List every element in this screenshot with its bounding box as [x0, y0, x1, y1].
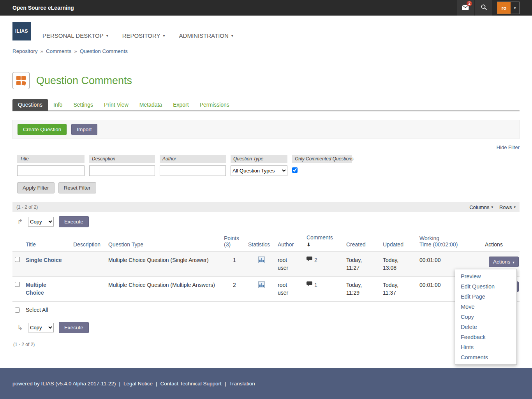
- bulk-action-select-bottom[interactable]: Copy: [28, 323, 54, 332]
- breadcrumb-question-comments[interactable]: Question Comments: [80, 48, 128, 54]
- search-button[interactable]: [475, 0, 492, 16]
- create-question-button[interactable]: Create Question: [18, 124, 67, 135]
- filter-buttons: Apply Filter Reset Filter: [12, 182, 520, 193]
- tab-export[interactable]: Export: [167, 99, 194, 111]
- points-cell: 2: [224, 277, 248, 302]
- header-updated: Updated: [383, 231, 419, 252]
- updated-cell: Today, 11:37: [383, 281, 404, 297]
- author-cell: root user: [278, 281, 296, 297]
- header-points: Points (3): [224, 231, 248, 252]
- header-author: Author: [278, 231, 307, 252]
- filter-field-author: Author: [160, 155, 226, 176]
- header-question-type: Question Type: [108, 231, 224, 252]
- translation-link[interactable]: Translation: [229, 381, 255, 387]
- powered-by-link[interactable]: powered by ILIAS (v5.4.0 Alpha 2017-11-2…: [12, 381, 116, 387]
- reset-filter-button[interactable]: Reset Filter: [58, 182, 96, 193]
- filter-description-input[interactable]: [89, 165, 155, 176]
- top-bar: Open Source eLearning 2 ro ▾: [0, 0, 532, 16]
- chevron-down-icon: ▾: [491, 205, 493, 209]
- header-statistics: Statistics: [248, 231, 278, 252]
- breadcrumb-comments[interactable]: Comments: [46, 48, 71, 54]
- result-range: (1 - 2 of 2): [16, 204, 38, 210]
- mail-button[interactable]: 2: [457, 0, 474, 16]
- tab-print-view[interactable]: Print View: [99, 99, 134, 111]
- tab-questions[interactable]: Questions: [12, 99, 48, 111]
- menu-item-edit-question[interactable]: Edit Question: [455, 281, 516, 292]
- filter-author-input[interactable]: [160, 165, 226, 176]
- rows-menu-button[interactable]: Rows▾: [499, 204, 516, 210]
- import-button[interactable]: Import: [71, 124, 97, 135]
- nav-administration[interactable]: ADMINISTRATION▾: [179, 32, 233, 39]
- nav-personal-desktop[interactable]: PERSONAL DESKTOP▾: [42, 32, 108, 39]
- comment-count-link[interactable]: 1: [314, 281, 317, 289]
- header-comments: Comments ⬇: [307, 231, 346, 252]
- created-cell: Today, 11:29: [346, 281, 367, 297]
- table-header-strip: (1 - 2 of 2) Columns▾ Rows▾: [12, 202, 520, 212]
- nav-repository[interactable]: REPOSITORY▾: [122, 32, 165, 39]
- filter-field-description: Description: [89, 155, 155, 176]
- menu-item-delete[interactable]: Delete: [455, 322, 516, 332]
- bulk-action-select-top[interactable]: Copy: [28, 217, 54, 227]
- apply-filter-button[interactable]: Apply Filter: [17, 182, 55, 193]
- menu-item-edit-page[interactable]: Edit Page: [455, 292, 516, 302]
- question-title-link[interactable]: Single Choice: [26, 257, 62, 264]
- chevron-down-icon: ▾: [106, 33, 108, 38]
- question-type-cell: Multiple Choice Question (Multiple Answe…: [108, 277, 224, 302]
- select-all-checkbox[interactable]: [15, 308, 20, 313]
- question-title-link[interactable]: Multiple Choice: [26, 281, 62, 297]
- ilias-logo[interactable]: ILIAS: [12, 22, 31, 40]
- question-type-select[interactable]: All Question Types: [231, 165, 287, 176]
- menu-item-feedback[interactable]: Feedback: [455, 332, 516, 342]
- user-menu-group: ro ▾: [497, 2, 520, 14]
- question-type-cell: Multiple Choice Question (Single Answer): [108, 252, 224, 277]
- app-title: Open Source eLearning: [12, 5, 74, 11]
- tab-info[interactable]: Info: [48, 99, 68, 111]
- updated-cell: Today, 13:08: [383, 257, 404, 272]
- row-actions-button[interactable]: Actions▾: [489, 257, 519, 267]
- menu-item-move[interactable]: Move: [455, 302, 516, 312]
- bulk-actions-bottom: ↳ Copy Execute: [12, 318, 520, 337]
- comment-count-link[interactable]: 2: [314, 257, 317, 264]
- filter-field-only-commented: Only Commented Questions: [292, 155, 352, 173]
- filter-field-title: Title: [17, 155, 85, 176]
- tab-metadata[interactable]: Metadata: [134, 99, 167, 111]
- filter-label-title: Title: [17, 155, 85, 163]
- hide-filter-link[interactable]: Hide Filter: [497, 144, 520, 150]
- author-cell: root user: [278, 257, 296, 272]
- avatar[interactable]: ro: [497, 2, 511, 14]
- bulk-actions-top: ↱ Copy Execute: [12, 212, 520, 231]
- statistics-icon[interactable]: [258, 281, 265, 290]
- menu-item-comments[interactable]: Comments: [455, 352, 516, 362]
- filter-title-input[interactable]: [17, 165, 85, 176]
- question-table: Title Description Question Type Points (…: [12, 231, 520, 302]
- legal-notice-link[interactable]: Legal Notice: [123, 381, 153, 387]
- row-checkbox[interactable]: [15, 282, 20, 287]
- statistics-icon[interactable]: [258, 257, 265, 265]
- user-menu-caret-button[interactable]: ▾: [511, 2, 519, 14]
- tab-settings[interactable]: Settings: [68, 99, 99, 111]
- execute-button-top[interactable]: Execute: [59, 216, 89, 227]
- row-checkbox[interactable]: [15, 257, 20, 262]
- contact-support-link[interactable]: Contact Technical Support: [160, 381, 222, 387]
- filter-field-question-type: Question Type All Question Types: [231, 155, 287, 176]
- menu-item-hints[interactable]: Hints: [455, 342, 516, 352]
- chevron-down-icon: ▾: [231, 33, 233, 38]
- menu-item-copy[interactable]: Copy: [455, 312, 516, 322]
- breadcrumb-repository[interactable]: Repository: [12, 48, 38, 54]
- points-cell: 1: [224, 252, 248, 277]
- filter-fields: Title Description Author Question Type A…: [12, 155, 520, 176]
- topbar-actions: 2 ro ▾: [456, 0, 520, 16]
- columns-menu-button[interactable]: Columns▾: [469, 204, 493, 210]
- table-header-row: Title Description Question Type Points (…: [12, 231, 520, 252]
- chevron-down-icon: ▾: [163, 33, 165, 38]
- execute-button-bottom[interactable]: Execute: [59, 322, 89, 333]
- footer-separator: |: [225, 381, 226, 387]
- menu-item-preview[interactable]: Preview: [455, 271, 516, 281]
- header-checkbox-col: [12, 231, 26, 252]
- table-row: Multiple Choice Multiple Choice Question…: [12, 277, 520, 302]
- comment-bubble-icon: [307, 281, 312, 289]
- result-range-bottom: (1 - 2 of 2): [12, 342, 520, 347]
- tab-permissions[interactable]: Permissions: [194, 99, 235, 111]
- only-commented-checkbox[interactable]: [292, 167, 298, 173]
- breadcrumb-separator: »: [74, 48, 77, 54]
